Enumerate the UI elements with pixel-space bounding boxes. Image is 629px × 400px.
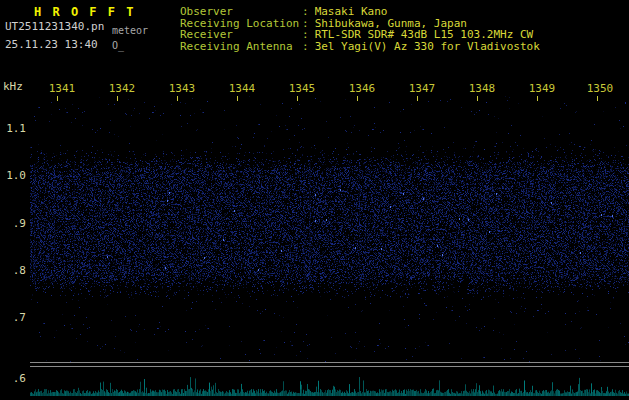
signal-level-canvas [30, 368, 629, 398]
y-tick-label: 1.1 [0, 122, 26, 135]
info-value: Masaki Kano [315, 6, 388, 18]
x-tick-label: 1344 [226, 82, 258, 95]
capture-filename: UT2511231340.pn [5, 20, 104, 33]
info-label: Observer [180, 6, 302, 18]
info-row-receiver: Receiver:RTL-SDR SDR# 43dB L15 103.2MHz … [180, 29, 540, 41]
info-colon: : [302, 41, 309, 53]
info-label: Receiver [180, 29, 302, 41]
status-indicator: O_ [112, 40, 124, 51]
observation-name: meteor [112, 25, 148, 36]
separator-line [30, 366, 629, 367]
x-tick-label: 1342 [106, 82, 138, 95]
y-tick-label: .6 [0, 372, 26, 385]
x-tick-label: 1347 [406, 82, 438, 95]
info-colon: : [302, 6, 309, 18]
info-colon: : [302, 29, 309, 41]
info-value: RTL-SDR SDR# 43dB L15 103.2MHz CW [315, 29, 534, 41]
app-title: H R O F F T [34, 5, 135, 19]
separator-line [30, 362, 629, 363]
x-tick-label: 1349 [526, 82, 558, 95]
info-value: 3el Yagi(V) Az 330 for Vladivostok [315, 41, 540, 53]
info-row-observer: Observer:Masaki Kano [180, 6, 540, 18]
info-label: Receiving Antenna [180, 41, 302, 53]
spectrogram-canvas [30, 96, 629, 362]
y-axis-unit: kHz [3, 80, 23, 93]
hrofft-window: H R O F F T UT2511231340.pn meteor 25.11… [0, 0, 629, 400]
y-tick-label: .7 [0, 311, 26, 324]
x-tick-label: 1348 [466, 82, 498, 95]
y-tick-label: .8 [0, 264, 26, 277]
x-tick-label: 1346 [346, 82, 378, 95]
y-tick-label: 1.0 [0, 169, 26, 182]
info-row-antenna: Receiving Antenna:3el Yagi(V) Az 330 for… [180, 41, 540, 53]
x-tick-label: 1341 [46, 82, 78, 95]
station-info: Observer:Masaki Kano Receiving Location:… [180, 6, 540, 52]
y-tick-label: .9 [0, 217, 26, 230]
capture-datetime: 25.11.23 13:40 [5, 38, 98, 51]
x-tick-label: 1345 [286, 82, 318, 95]
x-tick-label: 1343 [166, 82, 198, 95]
x-tick-label: 1350 [584, 82, 616, 95]
